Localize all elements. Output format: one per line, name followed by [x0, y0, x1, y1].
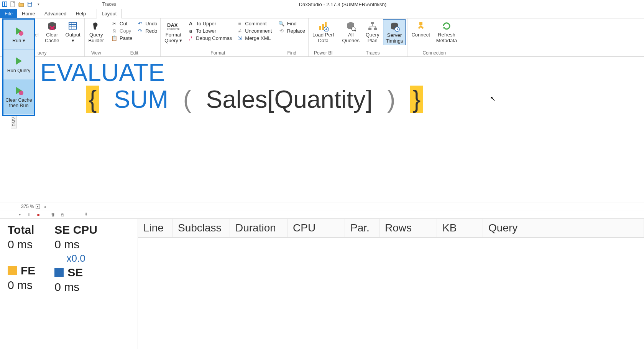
svg-rect-37	[419, 22, 422, 25]
debug-commas-button[interactable]: ,ˀDebug Commas	[186, 35, 233, 41]
query-plan-button[interactable]: Query Plan	[363, 19, 381, 45]
copy-results-icon[interactable]: ⎘	[59, 211, 65, 218]
server-timings-panel: Total 0 ms FE 0 ms SE CPU 0 ms x0.0 SE 0…	[0, 219, 644, 349]
ribbon-group-traces-label: Traces	[340, 50, 406, 56]
col-subclass[interactable]: Subclass	[172, 219, 230, 237]
clear-cache-icon	[46, 20, 58, 32]
secpu-value: 0 ms	[54, 238, 97, 251]
dmv-sidebar-tab[interactable]: DMV	[11, 115, 17, 128]
comment-button[interactable]: ≡Comment	[235, 20, 273, 27]
col-par[interactable]: Par.	[345, 219, 380, 237]
paste-button[interactable]: 📋Paste	[110, 35, 134, 41]
dax-formatter-icon: DAXFORMATTER	[167, 20, 179, 32]
output-button[interactable]: Output ▾	[63, 19, 83, 45]
pause-trace-icon[interactable]: ⏸	[26, 211, 32, 218]
col-kb[interactable]: KB	[437, 219, 483, 237]
new-file-icon[interactable]	[10, 1, 16, 7]
results-toolbar: ▸ ⏸ ■ 🗑 ⎘ ⬇	[0, 210, 644, 219]
redo-icon: ↷	[137, 28, 143, 34]
replace-button[interactable]: ⟲Replace	[277, 27, 307, 34]
ribbon: Run ▾ Cancel Clear Cache Output ▾ uery Q…	[0, 18, 644, 57]
ribbon-group-edit-label: Edit	[110, 50, 159, 56]
code-line-1: EVALUATE	[40, 59, 644, 86]
merge-xml-button[interactable]: ⇲Merge XML	[235, 35, 273, 41]
ribbon-group-find: 🔍Find ⟲Replace Find	[275, 18, 309, 56]
se-swatch-icon	[54, 268, 64, 277]
clear-results-icon[interactable]: 🗑	[50, 211, 56, 218]
code-editor[interactable]: DMV EVALUATE { SUM ( Sales[Quantity] ) }…	[0, 57, 644, 203]
run-query-icon	[13, 56, 24, 66]
svg-rect-32	[374, 28, 377, 30]
server-timings-icon	[388, 20, 401, 33]
run-query-option[interactable]: Run Query	[3, 50, 34, 79]
copy-button[interactable]: ⎘Copy	[110, 27, 134, 34]
uncomment-button[interactable]: ≢Uncomment	[235, 27, 273, 34]
se-value: 0 ms	[54, 281, 97, 294]
play-trace-icon[interactable]: ▸	[17, 211, 23, 218]
save-icon[interactable]	[27, 1, 33, 7]
load-perf-icon	[317, 20, 329, 32]
clear-cache-button[interactable]: Clear Cache	[43, 19, 62, 45]
ribbon-group-connection-label: Connection	[409, 50, 459, 56]
ribbon-group-connection: Connect Refresh Metadata Connection	[407, 18, 461, 56]
ribbon-group-traces: All Queries Query Plan Server Timings Tr…	[338, 18, 407, 56]
query-builder-button[interactable]: Query Builder	[86, 19, 106, 45]
col-rows[interactable]: Rows	[380, 219, 437, 237]
ribbon-group-find-label: Find	[277, 50, 307, 56]
redo-button[interactable]: ↷Redo	[135, 27, 159, 34]
fe-label: FE	[21, 264, 35, 277]
paste-icon: 📋	[111, 35, 117, 41]
col-cpu[interactable]: CPU	[288, 219, 345, 237]
grid-header-row: Line Subclass Duration CPU Par. Rows KB …	[138, 219, 644, 238]
ribbon-group-format: DAXFORMATTER Format Query ▾ ATo Upper aT…	[161, 18, 275, 56]
open-file-icon[interactable]	[18, 1, 25, 7]
export-results-icon[interactable]: ⬇	[83, 211, 89, 218]
load-perf-data-button[interactable]: Load Perf Data	[310, 19, 336, 45]
all-queries-button[interactable]: All Queries	[340, 19, 362, 45]
ribbon-group-edit: ✂Cut ⎘Copy 📋Paste ↶Undo ↷Redo Edit	[108, 18, 161, 56]
timing-grid[interactable]: Line Subclass Duration CPU Par. Rows KB …	[138, 219, 644, 349]
comment-icon: ≡	[237, 20, 243, 26]
refresh-metadata-button[interactable]: Refresh Metadata	[434, 19, 459, 45]
se-label: SE	[67, 266, 83, 279]
ribbon-group-view: Query Builder View	[85, 18, 108, 56]
tab-home[interactable]: Home	[17, 9, 40, 18]
stop-trace-icon[interactable]: ■	[35, 211, 41, 218]
tab-help[interactable]: Help	[71, 9, 90, 18]
to-lower-button[interactable]: aTo Lower	[186, 27, 233, 34]
connect-button[interactable]: Connect	[409, 19, 432, 39]
format-query-button[interactable]: DAXFORMATTER Format Query ▾	[162, 19, 184, 45]
mouse-cursor-icon: ↖	[490, 94, 496, 103]
col-duration[interactable]: Duration	[230, 219, 288, 237]
svg-text:DAX: DAX	[167, 22, 178, 28]
zoom-value: 375 %	[21, 204, 34, 209]
run-button-in-panel[interactable]: Run ▾	[3, 20, 34, 50]
timing-stats: Total 0 ms FE 0 ms SE CPU 0 ms x0.0 SE 0…	[0, 219, 138, 349]
svg-rect-15	[69, 22, 77, 29]
merge-xml-icon: ⇲	[237, 35, 243, 41]
connect-icon	[415, 20, 427, 32]
clear-cache-then-run-option[interactable]: Clear Cache then Run	[3, 79, 34, 114]
ribbon-group-view-label: View	[86, 50, 106, 56]
scroll-left-icon[interactable]: ◂	[44, 205, 46, 209]
qat-dropdown-icon[interactable]: ▾	[35, 1, 41, 7]
server-timings-button[interactable]: Server Timings	[383, 19, 406, 45]
tab-file[interactable]: File	[0, 9, 17, 18]
to-lower-icon: a	[187, 28, 194, 34]
tab-layout[interactable]: Layout	[97, 9, 122, 18]
to-upper-button[interactable]: ATo Upper	[186, 20, 233, 27]
ribbon-group-format-label: Format	[162, 50, 273, 56]
svg-rect-1	[3, 2, 4, 6]
query-builder-icon	[90, 20, 102, 32]
tab-advanced[interactable]: Advanced	[40, 9, 71, 18]
svg-marker-41	[16, 57, 22, 65]
run-icon	[13, 26, 24, 36]
cut-button[interactable]: ✂Cut	[110, 20, 134, 27]
undo-button[interactable]: ↶Undo	[135, 20, 159, 27]
secpu-label: SE CPU	[54, 223, 97, 236]
zoom-dropdown-icon[interactable]: ▾	[36, 204, 40, 209]
find-button[interactable]: 🔍Find	[277, 20, 307, 27]
col-line[interactable]: Line	[138, 219, 172, 237]
col-query[interactable]: Query	[483, 219, 644, 237]
svg-rect-23	[322, 24, 324, 30]
